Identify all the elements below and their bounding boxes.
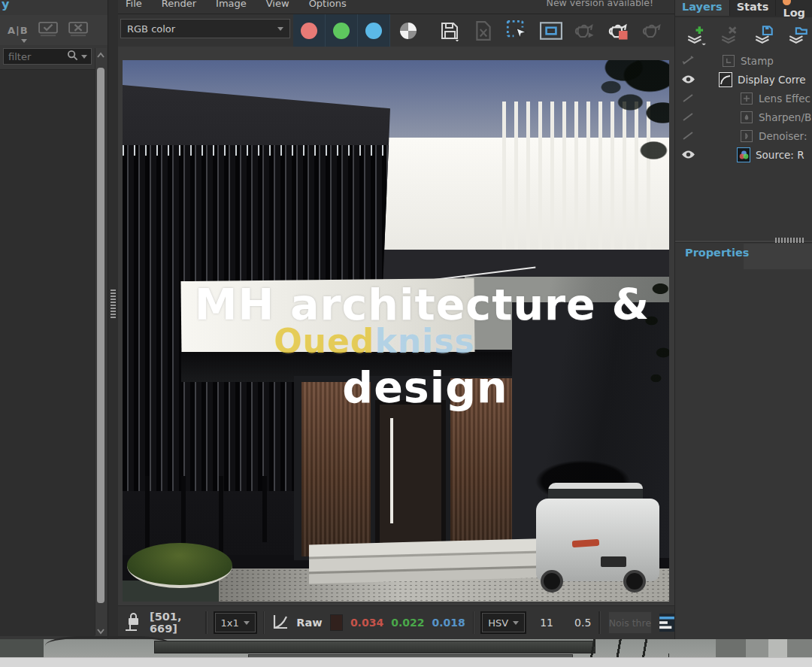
blue-channel-button[interactable] [358, 14, 390, 47]
scrollbar-thumb[interactable] [97, 68, 105, 603]
menu-render[interactable]: Render [162, 0, 196, 9]
layer-row-source[interactable]: Source: R [675, 145, 812, 164]
visibility-on-icon[interactable] [675, 150, 701, 159]
save-layers-icon [753, 24, 775, 45]
colorspace-dropdown[interactable]: HSV [482, 613, 525, 632]
menu-image[interactable]: Image [216, 0, 247, 9]
menu-file[interactable]: File [126, 0, 142, 9]
statusbar: [501, 669] 1x1 Raw 0.034 0.022 0.018 HSV… [118, 605, 674, 639]
add-layer-icon [685, 24, 707, 45]
scroll-up-icon[interactable] [97, 50, 105, 58]
scroll-down-icon[interactable] [97, 626, 105, 633]
set-a-button[interactable] [38, 21, 59, 40]
menu-view[interactable]: View [266, 0, 289, 9]
panel-splitter[interactable] [108, 0, 119, 639]
region-select-button[interactable] [504, 18, 530, 44]
render-button[interactable] [640, 18, 665, 44]
render-last-button[interactable] [572, 18, 598, 44]
properties-drag-handle[interactable] [775, 238, 805, 243]
channel-select-value: RGB color [127, 23, 175, 35]
render-image[interactable]: Ouedkniss MH architecture & design [123, 60, 669, 602]
visibility-off-icon[interactable] [675, 56, 701, 65]
layer-label: Sharpen/B [759, 111, 811, 123]
filter-input[interactable] [7, 50, 67, 63]
render-door [375, 400, 446, 558]
pixel-probe-icon[interactable] [124, 611, 142, 634]
layer-row-stamp[interactable]: Stamp [675, 51, 812, 70]
region-select-icon [506, 20, 529, 42]
channel-dropdown-caret-icon [277, 27, 283, 31]
visibility-off-icon[interactable] [675, 131, 701, 141]
ab-compare-icon[interactable]: A|B [8, 25, 29, 36]
statusbar-divider [205, 611, 208, 634]
right-panel-tabs: Layers Stats Log [675, 0, 812, 17]
export-image-button[interactable] [471, 18, 496, 44]
overlay-title-line1: MH architecture & [123, 280, 669, 329]
tab-layers[interactable]: Layers [675, 0, 730, 16]
export-icon [474, 20, 493, 41]
stamp-icon [659, 616, 674, 629]
colorspace-value: HSV [488, 617, 508, 629]
search-icon [67, 50, 78, 63]
layer-row-lens-effects[interactable]: Lens Effec [675, 89, 812, 108]
pixel-coordinates: [501, 669] [150, 611, 198, 635]
history-list[interactable] [0, 69, 95, 636]
green-channel-button[interactable] [326, 14, 358, 47]
delete-layer-icon [719, 24, 741, 45]
colorspace-caret-icon [513, 621, 519, 625]
stop-render-button[interactable] [606, 18, 632, 44]
render-teapot-icon [641, 21, 664, 41]
main-toolbar: RGB color [118, 14, 674, 47]
hue-value: 11 [540, 617, 553, 629]
log-status-dot-icon [783, 0, 791, 5]
save-layers-button[interactable] [750, 22, 777, 47]
history-filter-field[interactable] [3, 48, 92, 65]
render-car-wheel [623, 570, 646, 593]
load-layers-button[interactable] [784, 22, 811, 47]
visibility-off-icon[interactable] [675, 112, 701, 122]
history-scrollbar[interactable] [95, 48, 107, 635]
curve-icon[interactable] [272, 614, 289, 632]
region-render-icon [540, 21, 562, 41]
tab-stats[interactable]: Stats [730, 0, 777, 16]
tab-log-label: Log [783, 7, 805, 19]
denoiser-layer-icon [740, 129, 753, 143]
layer-row-denoiser[interactable]: Denoiser: [675, 126, 812, 145]
new-version-link[interactable]: New version available! [547, 0, 653, 8]
history-tab[interactable]: y [0, 0, 15, 15]
visibility-off-icon[interactable] [675, 93, 701, 103]
layer-row-display-correction[interactable]: Display Corre [675, 70, 812, 89]
layer-label: Stamp [741, 55, 774, 67]
delete-layer-button[interactable] [717, 22, 744, 47]
noise-threshold-button[interactable]: Nois thre [608, 611, 652, 634]
blue-value: 0.018 [432, 617, 465, 629]
red-channel-button[interactable] [293, 14, 326, 47]
layer-label: Lens Effec [759, 92, 810, 105]
layer-label: Denoiser: [759, 130, 807, 142]
add-layer-button[interactable] [683, 22, 710, 47]
overlay-title-line2: design [123, 362, 669, 412]
set-b-button[interactable] [68, 21, 89, 40]
render-car-wheel [541, 570, 563, 593]
save-image-button[interactable] [437, 18, 462, 44]
compare-dropdown-caret-icon[interactable] [21, 39, 27, 43]
save-icon [439, 20, 460, 41]
layer-row-sharpen-blur[interactable]: Sharpen/B [675, 108, 812, 126]
stamp-toggle-button[interactable] [659, 614, 674, 632]
layers-panel: Layers Stats Log Stamp Display Corre Len… [674, 0, 812, 639]
properties-tab[interactable]: Properties [685, 247, 749, 259]
monochrome-toggle-button[interactable] [392, 14, 424, 47]
channel-select-dropdown[interactable]: RGB color [120, 19, 290, 38]
filter-dropdown-caret-icon[interactable] [81, 55, 87, 59]
stamp-layer-icon [722, 54, 735, 68]
render-grass [127, 543, 232, 588]
sharpen-blur-layer-icon [740, 111, 753, 124]
menu-options[interactable]: Options [309, 0, 347, 9]
background-sketch-blocks [716, 639, 812, 658]
region-render-button[interactable] [538, 18, 564, 44]
splitter-drag-handle[interactable] [111, 290, 116, 320]
zoom-dropdown[interactable]: 1x1 [215, 613, 256, 632]
load-layers-icon [786, 24, 809, 45]
visibility-on-icon[interactable] [675, 74, 701, 84]
pixel-color-swatch [330, 614, 343, 631]
